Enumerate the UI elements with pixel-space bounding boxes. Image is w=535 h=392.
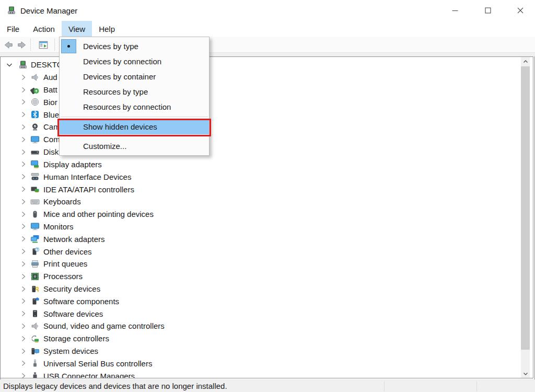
storage-icon [30,334,40,343]
statusbar-separator [384,381,385,391]
tree-item-label: Universal Serial Bus controllers [43,359,152,368]
tree-item-label: Print queues [43,259,87,268]
tree-item-label: Aud [43,73,57,82]
chevron-collapsed-icon[interactable] [19,197,28,206]
chevron-collapsed-icon[interactable] [19,222,28,231]
chevron-collapsed-icon[interactable] [19,210,28,219]
tree-item-usb-connector-managers[interactable]: USB Connector Managers [1,370,518,378]
device-manager-icon [7,6,16,15]
forward-button[interactable] [15,38,28,51]
chevron-collapsed-icon[interactable] [19,259,28,269]
scrollbar-thumb[interactable] [521,66,530,350]
tree-item-universal-serial-bus-controllers[interactable]: Universal Serial Bus controllers [1,358,518,370]
menu-item-customize[interactable]: Customize... [60,139,209,154]
tree-item-monitors[interactable]: Monitors [1,221,518,233]
chevron-collapsed-icon[interactable] [19,85,28,95]
menu-item-gutter [60,99,83,114]
status-text: Displays legacy devices and devices that… [3,382,227,390]
tree-item-software-devices[interactable]: Software devices [1,307,518,320]
tree-item-software-components[interactable]: Software components [1,295,518,307]
console-tree-button[interactable] [37,38,50,51]
chevron-collapsed-icon[interactable] [19,172,28,181]
maximize-button[interactable] [473,0,503,21]
processor-icon [30,272,40,281]
security-icon [30,284,40,294]
chevron-collapsed-icon[interactable] [19,321,28,331]
monitor-icon [30,222,40,231]
back-arrow-icon [3,40,14,50]
window-title: Device Manager [20,6,77,15]
menu-item-resources-by-connection[interactable]: Resources by connection [60,99,209,114]
menu-item-resources-by-type[interactable]: Resources by type [60,84,209,99]
menu-label: File [7,25,19,33]
close-icon [516,6,525,15]
tree-item-display-adapters[interactable]: Display adapters [1,158,518,171]
chevron-collapsed-icon[interactable] [19,347,28,356]
chevron-collapsed-icon[interactable] [19,284,28,294]
tree-item-other-devices[interactable]: ?Other devices [1,245,518,258]
scroll-down-button[interactable] [521,369,530,378]
tree-item-label: Monitors [43,222,74,231]
tree-item-keyboards[interactable]: Keyboards [1,195,518,208]
menu-action[interactable]: Action [26,21,62,37]
menu-file[interactable]: File [0,21,26,37]
chevron-collapsed-icon[interactable] [19,159,28,169]
chevron-collapsed-icon[interactable] [19,135,28,144]
tree-item-system-devices[interactable]: System devices [1,345,518,358]
tree-item-label: Processors [43,272,83,281]
tree-item-label: Human Interface Devices [43,172,131,181]
menu-item-label: Resources by connection [83,102,171,111]
tree-item-network-adapters[interactable]: Network adapters [1,233,518,245]
menu-bar: FileActionViewHelp [0,21,535,37]
menu-help[interactable]: Help [92,21,122,37]
tree-item-storage-controllers[interactable]: Storage controllers [1,332,518,345]
chevron-collapsed-icon[interactable] [19,247,28,256]
chevron-collapsed-icon[interactable] [19,73,28,82]
tree-item-security-devices[interactable]: Security devices [1,283,518,295]
tree-item-label: USB Connector Managers [43,372,135,378]
chevron-collapsed-icon[interactable] [19,110,28,119]
chevron-collapsed-icon[interactable] [19,147,28,157]
scroll-up-button[interactable] [521,57,530,66]
tree-item-sound-video-and-game-controllers[interactable]: Sound, video and game controllers [1,320,518,332]
menu-item-devices-by-container[interactable]: Devices by container [60,69,209,84]
chevron-collapsed-icon[interactable] [19,371,28,378]
tree-item-print-queues[interactable]: Print queues [1,258,518,270]
chevron-collapsed-icon[interactable] [19,296,28,306]
vertical-scrollbar[interactable] [521,57,530,378]
tree-item-label: IDE ATA/ATAPI controllers [43,185,134,194]
tree-item-mice-and-other-pointing-devices[interactable]: Mice and other pointing devices [1,208,518,221]
chevron-collapsed-icon[interactable] [19,309,28,318]
back-button[interactable] [2,38,15,51]
menu-item-label: Resources by type [83,87,148,96]
menu-label: Help [99,25,115,33]
tree-item-label: Other devices [43,247,92,256]
chevron-collapsed-icon[interactable] [19,185,28,194]
chevron-collapsed-icon[interactable] [19,272,28,281]
menu-item-devices-by-connection[interactable]: Devices by connection [60,54,209,69]
minimize-button[interactable] [440,0,470,21]
tree-item-label: Blue [43,110,59,119]
mouse-icon [30,210,40,219]
tree-item-ide-ata-atapi-controllers[interactable]: IDE ATA/ATAPI controllers [1,183,518,195]
menu-view[interactable]: View [62,21,92,37]
tree-item-processors[interactable]: Processors [1,270,518,283]
device-manager-icon [7,6,16,15]
tree-item-human-interface-devices[interactable]: Human Interface Devices [1,170,518,183]
annotation-highlight-box [57,119,211,136]
chevron-collapsed-icon[interactable] [19,122,28,132]
menu-item-gutter [60,139,83,154]
chevron-collapsed-icon[interactable] [19,97,28,107]
close-button[interactable] [506,0,535,21]
device-manager-icon [18,60,28,70]
minimize-icon [450,6,460,15]
sound-icon [30,321,40,331]
printer-icon [30,259,40,269]
chevron-collapsed-icon[interactable] [19,234,28,244]
menu-item-devices-by-type[interactable]: Devices by type [60,39,209,54]
chevron-expanded-icon[interactable] [5,60,14,70]
tree-item-label: Network adapters [43,235,105,244]
chevron-collapsed-icon[interactable] [19,334,28,343]
chevron-collapsed-icon[interactable] [19,359,28,368]
battery-icon [30,85,40,95]
